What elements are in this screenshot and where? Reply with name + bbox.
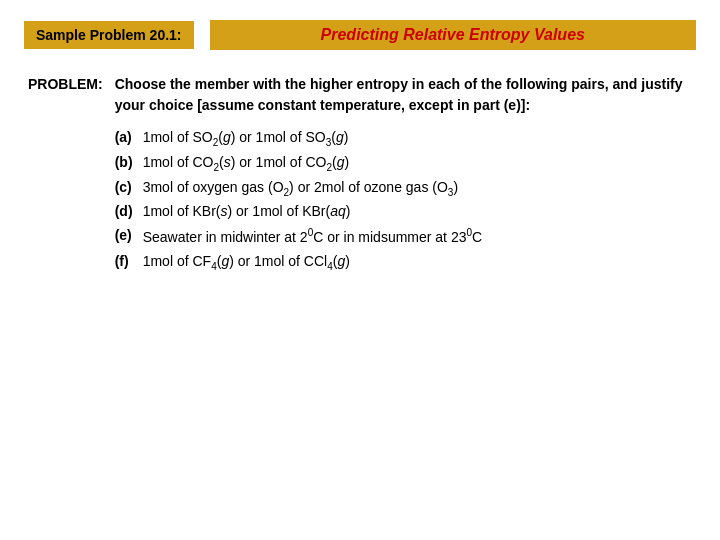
problem-content: Choose the member with the higher entrop… <box>115 74 696 274</box>
problem-label: PROBLEM: <box>28 74 103 274</box>
title-box: Predicting Relative Entropy Values <box>210 20 696 50</box>
item-label-f: (f) <box>115 250 135 275</box>
items-list: (a) 1mol of SO2(g) or 1mol of SO3(g) (b)… <box>115 126 696 274</box>
item-content-e: Seawater in midwinter at 20C or in midsu… <box>143 224 696 249</box>
header-row: Sample Problem 20.1: Predicting Relative… <box>24 20 696 50</box>
item-label-b: (b) <box>115 151 135 176</box>
list-item: (c) 3mol of oxygen gas (O2) or 2mol of o… <box>115 176 696 201</box>
item-label-a: (a) <box>115 126 135 151</box>
list-item: (f) 1mol of CF4(g) or 1mol of CCl4(g) <box>115 250 696 275</box>
intro-text: Choose the member with the higher entrop… <box>115 74 696 116</box>
item-label-d: (d) <box>115 200 135 224</box>
list-item: (a) 1mol of SO2(g) or 1mol of SO3(g) <box>115 126 696 151</box>
content-area: PROBLEM: Choose the member with the high… <box>24 74 696 274</box>
page: Sample Problem 20.1: Predicting Relative… <box>0 0 720 540</box>
page-title: Predicting Relative Entropy Values <box>321 26 585 43</box>
item-label-c: (c) <box>115 176 135 201</box>
item-content-b: 1mol of CO2(s) or 1mol of CO2(g) <box>143 151 696 176</box>
list-item: (e) Seawater in midwinter at 20C or in m… <box>115 224 696 249</box>
list-item: (d) 1mol of KBr(s) or 1mol of KBr(aq) <box>115 200 696 224</box>
sample-problem-label: Sample Problem 20.1: <box>24 21 194 49</box>
item-content-a: 1mol of SO2(g) or 1mol of SO3(g) <box>143 126 696 151</box>
item-label-e: (e) <box>115 224 135 249</box>
list-item: (b) 1mol of CO2(s) or 1mol of CO2(g) <box>115 151 696 176</box>
item-content-c: 3mol of oxygen gas (O2) or 2mol of ozone… <box>143 176 696 201</box>
item-content-f: 1mol of CF4(g) or 1mol of CCl4(g) <box>143 250 696 275</box>
item-content-d: 1mol of KBr(s) or 1mol of KBr(aq) <box>143 200 696 224</box>
